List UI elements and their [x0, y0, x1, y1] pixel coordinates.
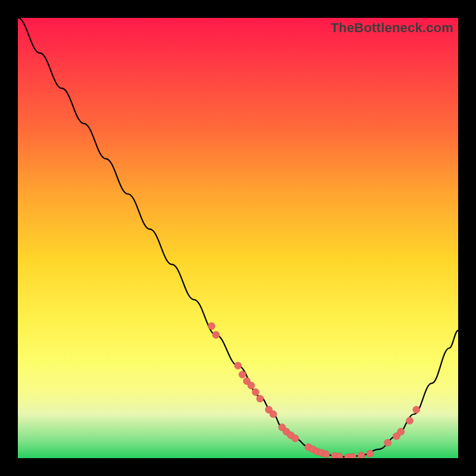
curve-marker [212, 331, 220, 339]
chart-overlay [18, 18, 458, 458]
curve-marker [349, 453, 356, 458]
curve-marker [292, 435, 299, 442]
curve-marker [234, 362, 242, 369]
curve-markers [208, 322, 420, 458]
curve-marker [406, 417, 414, 424]
curve-marker [384, 439, 392, 446]
curve-marker [248, 382, 255, 389]
curve-marker [367, 450, 374, 458]
curve-marker [397, 428, 405, 436]
curve-marker [252, 389, 259, 396]
curve-marker [208, 322, 215, 330]
curve-marker [413, 406, 420, 414]
chart-frame: TheBottleneck.com [18, 18, 458, 458]
curve-marker [358, 452, 365, 458]
curve-marker [239, 371, 246, 378]
curve-marker [270, 411, 277, 418]
bottleneck-curve [18, 18, 458, 458]
curve-marker [256, 395, 264, 402]
curve-marker [322, 450, 330, 458]
